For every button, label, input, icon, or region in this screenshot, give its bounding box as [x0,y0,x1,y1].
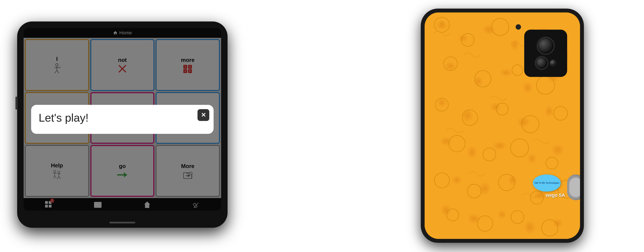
svg-point-15 [449,135,465,152]
front-device: Home I [17,22,228,228]
svg-point-25 [477,216,493,231]
back-sensor [516,24,521,30]
wego-label: wego 5A [546,192,565,198]
svg-point-6 [444,57,457,71]
back-device-inner: Talk To Me Technologies wego 5A [424,13,580,239]
ring-inner [569,178,580,197]
talktome-text: Talk To Me Technologies [534,182,560,184]
tertiary-camera-lens [550,60,556,66]
svg-point-16 [483,148,496,161]
secondary-camera-lens [535,57,548,69]
talktome-badge: Talk To Me Technologies [533,174,561,192]
svg-point-2 [461,34,474,46]
svg-point-13 [522,116,539,133]
svg-point-3 [492,18,509,36]
svg-point-12 [496,103,508,115]
dialog-overlay: Let's play! ✕ [24,28,221,210]
svg-point-18 [546,157,558,169]
main-camera-lens [537,37,554,54]
svg-point-27 [542,219,558,236]
svg-point-8 [512,65,523,75]
side-button [16,97,18,110]
scene: Talk To Me Technologies wego 5A H [0,0,644,252]
dialog-close-button[interactable]: ✕ [198,109,209,121]
svg-point-22 [530,191,543,204]
screen: Home I [24,28,221,210]
svg-point-17 [510,139,528,157]
svg-point-7 [475,71,491,87]
svg-point-26 [511,210,524,223]
svg-point-11 [462,110,478,125]
svg-point-0 [434,17,449,32]
dialog-box: Let's play! ✕ [31,105,214,134]
svg-point-1 [440,21,444,24]
home-indicator [110,222,135,223]
svg-point-19 [434,173,449,188]
svg-point-21 [498,174,515,190]
camera-module [524,30,567,77]
svg-point-10 [435,98,448,111]
svg-point-9 [536,76,554,94]
svg-point-24 [447,209,459,221]
ring-holder [567,174,580,200]
svg-point-14 [554,107,567,120]
svg-point-20 [467,184,481,198]
back-device: Talk To Me Technologies wego 5A [421,9,584,243]
dialog-title: Let's play! [39,111,206,124]
